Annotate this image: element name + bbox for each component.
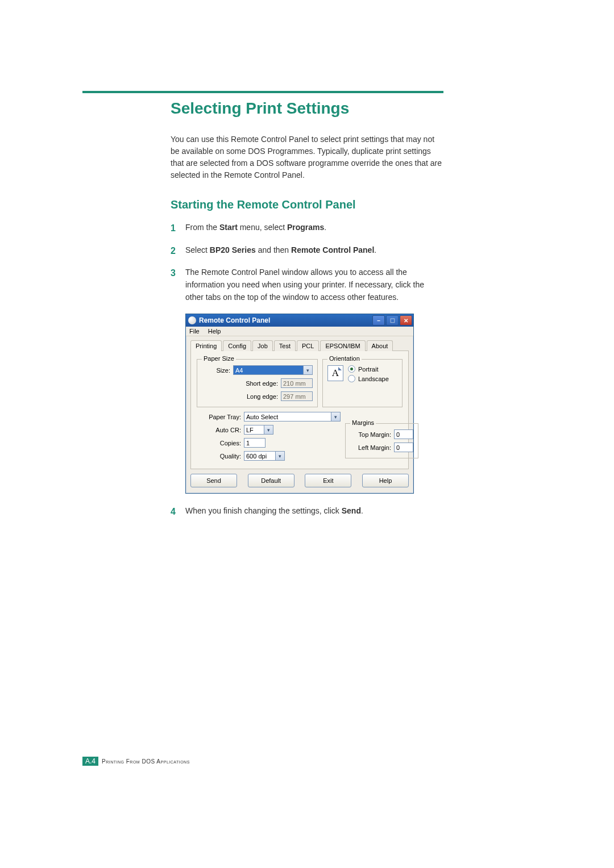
paper-size-legend: Paper Size [202, 355, 236, 362]
step1-text-a: From the [185, 223, 219, 232]
margins-group: Margins Top Margin: 0 Left Margin: 0 [345, 423, 418, 458]
step2-text-b: and then [256, 245, 291, 254]
step4-send-label: Send [342, 506, 361, 515]
rcp-dialog: Remote Control Panel – ☐ ✕ File Help Pri… [185, 314, 414, 494]
autocr-select[interactable]: LF ▾ [244, 425, 273, 435]
menu-help[interactable]: Help [208, 328, 221, 335]
step1-start-label: Start [219, 223, 238, 232]
tab-strip: Printing Config Job Test PCL EPSON/IBM A… [190, 340, 409, 351]
orientation-group: Orientation A Portrait Landscape [322, 359, 403, 407]
app-icon [188, 316, 196, 324]
tab-about[interactable]: About [367, 340, 393, 351]
page-footer: A.4 Printing From DOS Applications [82, 757, 190, 766]
tab-panel: Paper Size Size: A4 ▾ Short edge: 210 mm [190, 351, 409, 469]
maximize-button: ☐ [386, 315, 399, 326]
short-edge-label: Short edge: [234, 380, 278, 387]
exit-button[interactable]: Exit [305, 474, 351, 487]
send-button[interactable]: Send [190, 474, 237, 487]
radio-on-icon [348, 365, 355, 373]
footer-badge: A.4 [82, 757, 98, 766]
landscape-radio[interactable]: Landscape [348, 375, 389, 382]
paper-size-group: Paper Size Size: A4 ▾ Short edge: 210 mm [197, 359, 318, 407]
dialog-button-row: Send Default Exit Help [190, 474, 409, 487]
autocr-label: Auto CR: [197, 427, 241, 433]
default-button[interactable]: Default [248, 474, 294, 487]
footer-chapter-title: Printing From DOS Applications [102, 758, 190, 765]
window-title: Remote Control Panel [199, 316, 270, 324]
short-edge-value: 210 mm [281, 378, 313, 388]
tab-config[interactable]: Config [223, 340, 251, 351]
minimize-button[interactable]: – [372, 315, 385, 326]
step4-text-a: When you finish changing the settings, c… [185, 506, 342, 515]
orientation-legend: Orientation [327, 355, 362, 362]
step2-text-a: Select [185, 245, 210, 254]
chevron-down-icon: ▾ [264, 425, 273, 434]
copies-label: Copies: [197, 440, 241, 446]
top-margin-input[interactable]: 0 [394, 429, 413, 439]
steps-list: From the Start menu, select Programs. Se… [171, 222, 443, 303]
orientation-preview-icon: A [327, 365, 343, 381]
step4-text-b: . [361, 506, 363, 515]
chevron-down-icon: ▾ [331, 412, 340, 421]
quality-select[interactable]: 600 dpi ▾ [244, 451, 285, 461]
close-button[interactable]: ✕ [400, 315, 412, 326]
tab-epson-ibm[interactable]: EPSON/IBM [320, 340, 365, 351]
step1-programs-label: Programs [287, 223, 324, 232]
quality-label: Quality: [197, 453, 241, 460]
section-subheading: Starting the Remote Control Panel [171, 198, 443, 211]
tab-pcl[interactable]: PCL [297, 340, 319, 351]
step2-series-label: BP20 Series [210, 245, 256, 254]
step2-rcp-label: Remote Control Panel [291, 245, 374, 254]
tab-job[interactable]: Job [252, 340, 273, 351]
long-edge-value: 297 mm [281, 391, 313, 401]
tab-test[interactable]: Test [274, 340, 296, 351]
step2-text-c: . [374, 245, 376, 254]
left-margin-label: Left Margin: [350, 444, 391, 451]
step-2: Select BP20 Series and then Remote Contr… [171, 244, 443, 257]
menu-bar: File Help [186, 327, 413, 336]
step1-text-c: . [324, 223, 326, 232]
page-heading: Selecting Print Settings [171, 99, 443, 118]
help-button[interactable]: Help [362, 474, 409, 487]
size-label: Size: [202, 367, 230, 374]
portrait-radio[interactable]: Portrait [348, 365, 389, 373]
section-rule [82, 91, 443, 93]
tab-printing[interactable]: Printing [190, 340, 222, 351]
step-3: The Remote Control Panel window allows y… [171, 266, 443, 303]
radio-off-icon [348, 375, 355, 382]
chevron-down-icon: ▾ [303, 366, 312, 374]
content-column: Selecting Print Settings You can use thi… [171, 99, 443, 528]
step-1: From the Start menu, select Programs. [171, 222, 443, 234]
window-titlebar[interactable]: Remote Control Panel – ☐ ✕ [186, 314, 413, 327]
intro-paragraph: You can use this Remote Control Panel to… [171, 133, 443, 181]
paper-tray-label: Paper Tray: [197, 414, 241, 420]
long-edge-label: Long edge: [234, 393, 278, 400]
step1-text-b: menu, select [238, 223, 287, 232]
top-margin-label: Top Margin: [350, 431, 391, 438]
margins-legend: Margins [350, 419, 376, 426]
menu-file[interactable]: File [189, 328, 200, 335]
paper-tray-select[interactable]: Auto Select ▾ [244, 412, 341, 422]
step-4: When you finish changing the settings, c… [171, 505, 443, 518]
size-select[interactable]: A4 ▾ [233, 365, 313, 375]
left-margin-input[interactable]: 0 [394, 443, 413, 452]
chevron-down-icon: ▾ [275, 452, 284, 460]
copies-input[interactable]: 1 [244, 438, 265, 448]
steps-list-continued: When you finish changing the settings, c… [171, 505, 443, 518]
